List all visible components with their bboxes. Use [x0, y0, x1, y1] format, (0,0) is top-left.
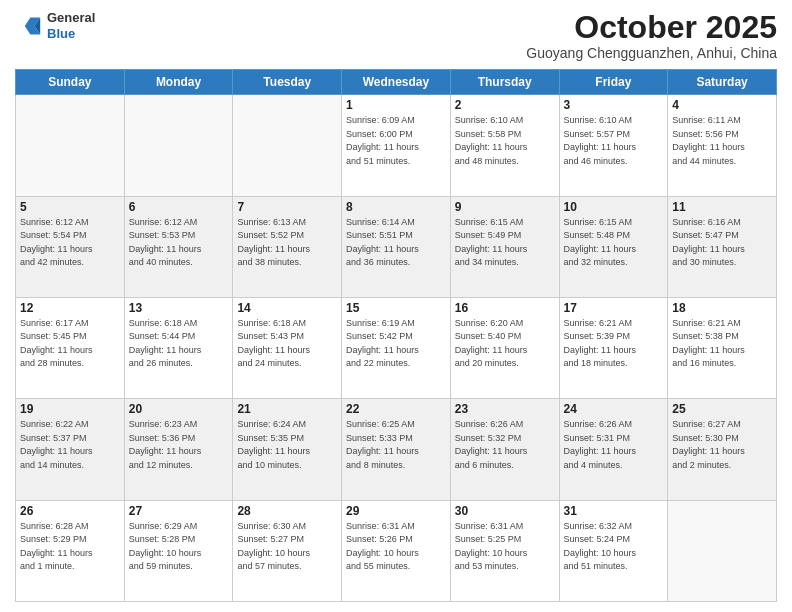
calendar-cell-w5-d5: 30Sunrise: 6:31 AM Sunset: 5:25 PM Dayli…	[450, 500, 559, 601]
day-info: Sunrise: 6:28 AM Sunset: 5:29 PM Dayligh…	[20, 520, 120, 574]
calendar-cell-w3-d2: 13Sunrise: 6:18 AM Sunset: 5:44 PM Dayli…	[124, 297, 233, 398]
logo-general-text: General	[47, 10, 95, 26]
day-number: 20	[129, 402, 229, 416]
calendar-cell-w4-d5: 23Sunrise: 6:26 AM Sunset: 5:32 PM Dayli…	[450, 399, 559, 500]
header-saturday: Saturday	[668, 70, 777, 95]
day-number: 23	[455, 402, 555, 416]
calendar-cell-w2-d2: 6Sunrise: 6:12 AM Sunset: 5:53 PM Daylig…	[124, 196, 233, 297]
day-number: 13	[129, 301, 229, 315]
day-number: 3	[564, 98, 664, 112]
calendar-week-2: 5Sunrise: 6:12 AM Sunset: 5:54 PM Daylig…	[16, 196, 777, 297]
calendar-week-3: 12Sunrise: 6:17 AM Sunset: 5:45 PM Dayli…	[16, 297, 777, 398]
day-info: Sunrise: 6:16 AM Sunset: 5:47 PM Dayligh…	[672, 216, 772, 270]
day-info: Sunrise: 6:18 AM Sunset: 5:43 PM Dayligh…	[237, 317, 337, 371]
header: General Blue October 2025 Guoyang Chengg…	[15, 10, 777, 61]
day-number: 26	[20, 504, 120, 518]
day-info: Sunrise: 6:24 AM Sunset: 5:35 PM Dayligh…	[237, 418, 337, 472]
day-info: Sunrise: 6:26 AM Sunset: 5:31 PM Dayligh…	[564, 418, 664, 472]
logo-icon	[15, 12, 43, 40]
calendar-cell-w1-d4: 1Sunrise: 6:09 AM Sunset: 6:00 PM Daylig…	[342, 95, 451, 196]
day-info: Sunrise: 6:19 AM Sunset: 5:42 PM Dayligh…	[346, 317, 446, 371]
day-info: Sunrise: 6:10 AM Sunset: 5:58 PM Dayligh…	[455, 114, 555, 168]
calendar-cell-w3-d3: 14Sunrise: 6:18 AM Sunset: 5:43 PM Dayli…	[233, 297, 342, 398]
day-info: Sunrise: 6:31 AM Sunset: 5:26 PM Dayligh…	[346, 520, 446, 574]
calendar-cell-w5-d4: 29Sunrise: 6:31 AM Sunset: 5:26 PM Dayli…	[342, 500, 451, 601]
day-number: 28	[237, 504, 337, 518]
day-number: 9	[455, 200, 555, 214]
calendar-cell-w1-d6: 3Sunrise: 6:10 AM Sunset: 5:57 PM Daylig…	[559, 95, 668, 196]
calendar-cell-w2-d3: 7Sunrise: 6:13 AM Sunset: 5:52 PM Daylig…	[233, 196, 342, 297]
day-info: Sunrise: 6:18 AM Sunset: 5:44 PM Dayligh…	[129, 317, 229, 371]
day-info: Sunrise: 6:27 AM Sunset: 5:30 PM Dayligh…	[672, 418, 772, 472]
day-info: Sunrise: 6:17 AM Sunset: 5:45 PM Dayligh…	[20, 317, 120, 371]
day-number: 15	[346, 301, 446, 315]
calendar-cell-w4-d4: 22Sunrise: 6:25 AM Sunset: 5:33 PM Dayli…	[342, 399, 451, 500]
day-number: 5	[20, 200, 120, 214]
day-number: 27	[129, 504, 229, 518]
day-number: 11	[672, 200, 772, 214]
logo-blue-text: Blue	[47, 26, 95, 42]
header-friday: Friday	[559, 70, 668, 95]
day-number: 31	[564, 504, 664, 518]
calendar-cell-w2-d5: 9Sunrise: 6:15 AM Sunset: 5:49 PM Daylig…	[450, 196, 559, 297]
day-number: 16	[455, 301, 555, 315]
day-number: 14	[237, 301, 337, 315]
day-number: 24	[564, 402, 664, 416]
day-info: Sunrise: 6:15 AM Sunset: 5:48 PM Dayligh…	[564, 216, 664, 270]
month-title: October 2025	[526, 10, 777, 45]
day-info: Sunrise: 6:25 AM Sunset: 5:33 PM Dayligh…	[346, 418, 446, 472]
calendar-cell-w4-d6: 24Sunrise: 6:26 AM Sunset: 5:31 PM Dayli…	[559, 399, 668, 500]
header-wednesday: Wednesday	[342, 70, 451, 95]
day-info: Sunrise: 6:11 AM Sunset: 5:56 PM Dayligh…	[672, 114, 772, 168]
calendar-cell-w3-d6: 17Sunrise: 6:21 AM Sunset: 5:39 PM Dayli…	[559, 297, 668, 398]
calendar-cell-w4-d3: 21Sunrise: 6:24 AM Sunset: 5:35 PM Dayli…	[233, 399, 342, 500]
day-info: Sunrise: 6:29 AM Sunset: 5:28 PM Dayligh…	[129, 520, 229, 574]
day-number: 8	[346, 200, 446, 214]
day-number: 17	[564, 301, 664, 315]
calendar-cell-w2-d6: 10Sunrise: 6:15 AM Sunset: 5:48 PM Dayli…	[559, 196, 668, 297]
calendar-cell-w2-d7: 11Sunrise: 6:16 AM Sunset: 5:47 PM Dayli…	[668, 196, 777, 297]
calendar-cell-w1-d3	[233, 95, 342, 196]
location-subtitle: Guoyang Chengguanzhen, Anhui, China	[526, 45, 777, 61]
day-info: Sunrise: 6:15 AM Sunset: 5:49 PM Dayligh…	[455, 216, 555, 270]
calendar-cell-w1-d7: 4Sunrise: 6:11 AM Sunset: 5:56 PM Daylig…	[668, 95, 777, 196]
calendar-week-4: 19Sunrise: 6:22 AM Sunset: 5:37 PM Dayli…	[16, 399, 777, 500]
day-info: Sunrise: 6:10 AM Sunset: 5:57 PM Dayligh…	[564, 114, 664, 168]
header-monday: Monday	[124, 70, 233, 95]
calendar-cell-w1-d5: 2Sunrise: 6:10 AM Sunset: 5:58 PM Daylig…	[450, 95, 559, 196]
day-number: 30	[455, 504, 555, 518]
calendar-header-row: Sunday Monday Tuesday Wednesday Thursday…	[16, 70, 777, 95]
calendar-cell-w3-d1: 12Sunrise: 6:17 AM Sunset: 5:45 PM Dayli…	[16, 297, 125, 398]
page: General Blue October 2025 Guoyang Chengg…	[0, 0, 792, 612]
day-number: 22	[346, 402, 446, 416]
header-tuesday: Tuesday	[233, 70, 342, 95]
day-info: Sunrise: 6:22 AM Sunset: 5:37 PM Dayligh…	[20, 418, 120, 472]
day-info: Sunrise: 6:13 AM Sunset: 5:52 PM Dayligh…	[237, 216, 337, 270]
calendar-cell-w5-d3: 28Sunrise: 6:30 AM Sunset: 5:27 PM Dayli…	[233, 500, 342, 601]
title-block: October 2025 Guoyang Chengguanzhen, Anhu…	[526, 10, 777, 61]
calendar-cell-w1-d2	[124, 95, 233, 196]
day-info: Sunrise: 6:20 AM Sunset: 5:40 PM Dayligh…	[455, 317, 555, 371]
day-number: 18	[672, 301, 772, 315]
calendar-cell-w3-d5: 16Sunrise: 6:20 AM Sunset: 5:40 PM Dayli…	[450, 297, 559, 398]
day-info: Sunrise: 6:21 AM Sunset: 5:38 PM Dayligh…	[672, 317, 772, 371]
calendar-cell-w4-d1: 19Sunrise: 6:22 AM Sunset: 5:37 PM Dayli…	[16, 399, 125, 500]
day-info: Sunrise: 6:14 AM Sunset: 5:51 PM Dayligh…	[346, 216, 446, 270]
day-number: 12	[20, 301, 120, 315]
day-info: Sunrise: 6:32 AM Sunset: 5:24 PM Dayligh…	[564, 520, 664, 574]
day-number: 7	[237, 200, 337, 214]
calendar-cell-w4-d2: 20Sunrise: 6:23 AM Sunset: 5:36 PM Dayli…	[124, 399, 233, 500]
calendar-cell-w5-d6: 31Sunrise: 6:32 AM Sunset: 5:24 PM Dayli…	[559, 500, 668, 601]
day-number: 25	[672, 402, 772, 416]
day-info: Sunrise: 6:23 AM Sunset: 5:36 PM Dayligh…	[129, 418, 229, 472]
day-number: 29	[346, 504, 446, 518]
calendar-cell-w5-d7	[668, 500, 777, 601]
calendar-cell-w2-d4: 8Sunrise: 6:14 AM Sunset: 5:51 PM Daylig…	[342, 196, 451, 297]
day-number: 6	[129, 200, 229, 214]
day-info: Sunrise: 6:21 AM Sunset: 5:39 PM Dayligh…	[564, 317, 664, 371]
calendar-cell-w1-d1	[16, 95, 125, 196]
day-number: 1	[346, 98, 446, 112]
logo-text: General Blue	[47, 10, 95, 41]
calendar-week-1: 1Sunrise: 6:09 AM Sunset: 6:00 PM Daylig…	[16, 95, 777, 196]
calendar-cell-w5-d2: 27Sunrise: 6:29 AM Sunset: 5:28 PM Dayli…	[124, 500, 233, 601]
